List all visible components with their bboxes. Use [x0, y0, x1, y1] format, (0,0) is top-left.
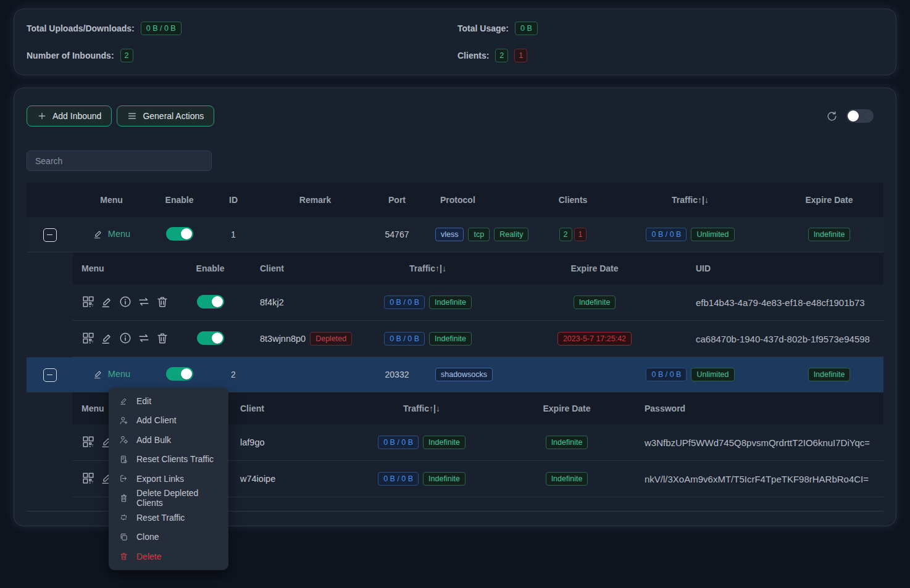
col-header-remark: Remark: [258, 195, 372, 205]
delete-client-icon[interactable]: [156, 331, 169, 345]
client-name: laf9go: [230, 437, 351, 447]
traffic-badges: 0 B / 0 B Unlimited: [646, 228, 734, 241]
clients-depleted-badge: 1: [514, 49, 527, 62]
menu-item-label: Add Bulk: [136, 435, 171, 445]
client-name: 8f4kj2: [243, 297, 354, 307]
qrcode-icon[interactable]: [81, 331, 95, 345]
menu-label: Menu: [108, 369, 130, 379]
menu-item-add-client[interactable]: Add Client: [109, 411, 228, 431]
reset-traffic-icon[interactable]: [137, 295, 151, 308]
stat-total-uploads-downloads: Total Uploads/Downloads: 0 B / 0 B: [27, 20, 455, 36]
traffic-badge: 0 B / 0 B: [646, 368, 687, 381]
minus-icon: [47, 234, 52, 236]
edit-pencil-icon[interactable]: [100, 331, 114, 345]
traffic-badge: 0 B / 0 B: [384, 332, 425, 346]
refresh-icon[interactable]: [826, 110, 838, 122]
inbound-port: 54767: [372, 230, 422, 239]
reset-traffic-icon[interactable]: [137, 331, 151, 345]
menu-item-reset-traffic[interactable]: Reset Traffic: [109, 508, 228, 528]
col-header-traffic: Traffic↑|↓: [607, 195, 774, 205]
inbound-enable-toggle[interactable]: [166, 367, 193, 381]
plus-icon: [37, 111, 47, 121]
table-header-row: Menu Enable ID Remark Port Protocol Clie…: [27, 183, 883, 217]
inbound-menu-button[interactable]: Menu: [93, 368, 130, 379]
inbound-id: 1: [209, 230, 258, 239]
client-name: 8t3wjnn8p0: [260, 334, 306, 344]
menu-item-label: Clone: [136, 532, 159, 542]
client-actions: [81, 295, 169, 308]
stat-value-badge: 0 B / 0 B: [141, 22, 182, 35]
client-traffic-badges: 0 B / 0 B Indefinite: [384, 332, 472, 346]
traffic-limit-badge: Indefinite: [423, 472, 465, 486]
menu-item-edit[interactable]: Edit: [109, 391, 228, 411]
menu-item-label: Reset Clients Traffic: [136, 454, 214, 464]
general-actions-button[interactable]: General Actions: [117, 106, 214, 126]
protocol-tags: shadowsocks: [425, 368, 493, 381]
inbound-row-1: Menu 1 54767 vless tcp Reality 2 1: [27, 217, 883, 252]
toolbar: Add Inbound General Actions: [27, 106, 883, 126]
menu-item-export-links[interactable]: Export Links: [109, 469, 228, 489]
menu-item-delete[interactable]: Delete: [109, 547, 228, 566]
col-header-id: ID: [209, 195, 258, 205]
inbound-menu-button[interactable]: Menu: [93, 228, 130, 239]
minus-icon: [47, 375, 52, 376]
stat-number-of-inbounds: Number of Inbounds: 2: [27, 48, 455, 64]
menu-item-label: Add Client: [136, 415, 177, 425]
client-traffic-badges: 0 B / 0 B Indefinite: [378, 472, 465, 486]
clients-count-badges: 2 1: [559, 228, 587, 241]
info-icon[interactable]: [119, 295, 132, 308]
qrcode-icon[interactable]: [81, 435, 95, 449]
reset-clients-traffic-icon: [119, 455, 128, 464]
search-input[interactable]: [27, 151, 212, 171]
stat-label: Total Uploads/Downloads:: [27, 23, 135, 33]
col-header-port: Port: [372, 195, 422, 205]
reset-traffic-icon: [119, 513, 128, 522]
network-tag: tcp: [468, 228, 490, 241]
col-header-clients: Clients: [539, 195, 607, 205]
menu-item-add-bulk[interactable]: Add Bulk: [109, 430, 228, 450]
add-inbound-button[interactable]: Add Inbound: [27, 106, 112, 126]
client-password: nkV/l/3XoAm9v6xMT/T5IcrF4TpeTKF98rHARbRo…: [641, 474, 885, 484]
protocol-tag: vless: [435, 228, 464, 241]
edit-pencil-icon[interactable]: [100, 295, 114, 308]
clients-depleted-badge: 1: [574, 228, 587, 241]
expire-badge: 2023-5-7 17:25:42: [557, 332, 632, 346]
expire-badge: Indefinite: [546, 436, 588, 449]
traffic-badge: 0 B / 0 B: [646, 228, 687, 241]
add-client-icon: [119, 416, 128, 425]
delete-depleted-clients-icon: [119, 494, 128, 503]
inbound-port: 20332: [372, 370, 422, 379]
edit-pencil-icon: [119, 396, 128, 405]
col-header-menu: Menu: [73, 195, 150, 205]
stats-right-column: Total Usage: 0 B Clients: 2 1: [455, 20, 883, 64]
traffic-badge: 0 B / 0 B: [384, 296, 425, 309]
general-actions-label: General Actions: [143, 111, 204, 121]
client-traffic-badges: 0 B / 0 B Indefinite: [384, 296, 472, 309]
stat-label: Number of Inbounds:: [27, 51, 114, 60]
menu-item-reset-clients-traffic[interactable]: Reset Clients Traffic: [109, 450, 228, 470]
info-icon[interactable]: [119, 331, 132, 345]
col-header-protocol: Protocol: [422, 195, 539, 205]
col-header-expire-date: Expire Date: [774, 195, 885, 205]
qrcode-icon[interactable]: [81, 471, 95, 485]
protocol-tags: vless tcp Reality: [425, 228, 528, 241]
client-uid: efb14b43-4a79-4e83-ef18-e48cf1901b73: [687, 297, 885, 308]
menu-item-clone[interactable]: Clone: [109, 528, 228, 547]
subcol-header-client: Client: [243, 263, 354, 273]
client-enable-toggle[interactable]: [197, 331, 224, 345]
subcol-header-password: Password: [641, 404, 885, 413]
inbound-enable-toggle[interactable]: [166, 227, 193, 241]
traffic-badges: 0 B / 0 B Unlimited: [646, 368, 734, 381]
delete-client-icon[interactable]: [156, 295, 169, 308]
collapse-row-button[interactable]: [43, 368, 57, 382]
subcol-header-uid: UID: [687, 263, 885, 273]
dark-mode-toggle[interactable]: [846, 109, 874, 123]
qrcode-icon[interactable]: [81, 295, 95, 308]
toggle-knob: [848, 110, 859, 122]
menu-item-label: Reset Traffic: [136, 513, 185, 523]
menu-item-delete-depleted-clients[interactable]: Delete Depleted Clients: [109, 489, 228, 508]
client-actions: [81, 331, 169, 345]
clients-active-badge: 2: [495, 49, 508, 62]
client-enable-toggle[interactable]: [197, 295, 224, 308]
collapse-row-button[interactable]: [43, 228, 57, 242]
